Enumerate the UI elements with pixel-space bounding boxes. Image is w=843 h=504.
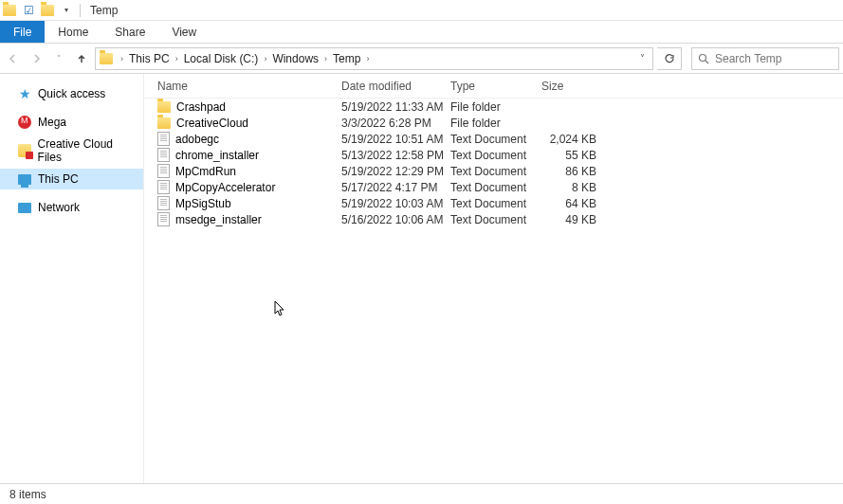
file-date: 3/3/2022 6:28 PM xyxy=(341,117,450,130)
window-title: Temp xyxy=(90,4,118,17)
file-type: Text Document xyxy=(450,165,541,178)
address-bar[interactable]: › This PC › Local Disk (C:) › Windows › … xyxy=(95,47,653,70)
sidebar-item-quick-access[interactable]: ★ Quick access xyxy=(0,83,143,104)
pc-icon xyxy=(17,171,32,187)
table-row[interactable]: Crashpad5/19/2022 11:33 AMFile folder xyxy=(144,99,843,115)
main-area: ★ Quick access Mega Creative Cloud Files… xyxy=(0,74,843,483)
sidebar-item-creative-cloud[interactable]: Creative Cloud Files xyxy=(0,140,143,161)
column-header-date[interactable]: Date modified xyxy=(341,80,450,93)
recent-dropdown[interactable]: ˅ xyxy=(49,49,68,68)
column-header-name[interactable]: Name xyxy=(144,80,341,93)
file-list-pane: Name Date modified Type Size Crashpad5/1… xyxy=(144,74,843,483)
file-size: 55 KB xyxy=(541,149,604,162)
file-type: Text Document xyxy=(450,133,541,146)
file-size: 8 KB xyxy=(541,181,604,194)
ribbon-tabs: File Home Share View xyxy=(0,21,843,44)
file-type: Text Document xyxy=(450,197,541,210)
chevron-right-icon[interactable]: › xyxy=(262,54,268,63)
tab-home[interactable]: Home xyxy=(45,21,101,43)
file-date: 5/19/2022 11:33 AM xyxy=(341,100,450,114)
chevron-right-icon[interactable]: › xyxy=(119,54,125,63)
file-size: 2,024 KB xyxy=(541,133,604,146)
network-icon xyxy=(17,200,32,215)
sidebar-item-label: Network xyxy=(38,201,80,214)
sidebar-item-this-pc[interactable]: This PC xyxy=(0,169,143,189)
table-row[interactable]: adobegc5/19/2022 10:51 AMText Document2,… xyxy=(144,131,843,147)
chevron-right-icon[interactable]: › xyxy=(364,54,371,63)
document-icon xyxy=(157,196,170,210)
table-row[interactable]: MpCmdRun5/19/2022 12:29 PMText Document8… xyxy=(144,163,843,179)
star-icon: ★ xyxy=(17,86,32,101)
sidebar-item-label: Creative Cloud Files xyxy=(38,137,137,164)
breadcrumb[interactable]: Windows xyxy=(268,52,322,65)
search-input[interactable]: Search Temp xyxy=(691,47,839,70)
file-name: MpCopyAccelerator xyxy=(175,181,275,194)
separator xyxy=(80,4,81,17)
file-date: 5/19/2022 12:29 PM xyxy=(341,165,450,178)
qat-newfolder-icon[interactable] xyxy=(40,3,55,18)
document-icon xyxy=(157,180,170,194)
navigation-bar: ˅ › This PC › Local Disk (C:) › Windows … xyxy=(0,44,843,74)
breadcrumb[interactable]: Temp xyxy=(329,52,364,65)
qat-properties-icon[interactable]: ☑ xyxy=(21,3,36,18)
sidebar-item-mega[interactable]: Mega xyxy=(0,112,143,133)
document-icon xyxy=(157,148,170,162)
file-type: Text Document xyxy=(450,149,541,162)
sidebar-item-label: Mega xyxy=(38,116,66,129)
forward-button[interactable] xyxy=(27,49,46,68)
file-size: 49 KB xyxy=(541,213,604,226)
search-placeholder: Search Temp xyxy=(715,52,781,65)
breadcrumb[interactable]: This PC xyxy=(125,52,174,65)
chevron-right-icon[interactable]: › xyxy=(174,54,180,63)
file-date: 5/19/2022 10:51 AM xyxy=(341,133,450,146)
column-headers: Name Date modified Type Size xyxy=(144,74,843,99)
file-date: 5/13/2022 12:58 PM xyxy=(341,149,450,162)
breadcrumb[interactable]: Local Disk (C:) xyxy=(180,52,263,65)
file-name: chrome_installer xyxy=(175,149,259,162)
folder-icon xyxy=(157,101,171,113)
tab-file[interactable]: File xyxy=(0,21,45,43)
sidebar-item-label: Quick access xyxy=(38,87,105,100)
document-icon xyxy=(157,212,170,226)
refresh-button[interactable] xyxy=(657,47,682,70)
sidebar-item-network[interactable]: Network xyxy=(0,197,143,218)
file-type: File folder xyxy=(450,100,541,114)
up-button[interactable] xyxy=(72,49,91,68)
sidebar-item-label: This PC xyxy=(38,172,79,186)
address-folder-icon xyxy=(100,53,113,64)
status-item-count: 8 items xyxy=(9,488,46,501)
back-button[interactable] xyxy=(4,49,23,68)
file-rows: Crashpad5/19/2022 11:33 AMFile folderCre… xyxy=(144,99,843,227)
document-icon xyxy=(157,132,170,146)
file-name: MpCmdRun xyxy=(175,165,236,178)
file-type: Text Document xyxy=(450,213,541,226)
qat-customize-icon[interactable]: ▾ xyxy=(59,3,74,18)
table-row[interactable]: chrome_installer5/13/2022 12:58 PMText D… xyxy=(144,147,843,163)
table-row[interactable]: MpSigStub5/19/2022 10:03 AMText Document… xyxy=(144,195,843,211)
creative-cloud-icon xyxy=(17,143,32,158)
navigation-pane: ★ Quick access Mega Creative Cloud Files… xyxy=(0,74,144,483)
file-name: adobegc xyxy=(175,133,219,146)
file-size: 64 KB xyxy=(541,197,604,210)
file-name: msedge_installer xyxy=(175,213,262,226)
file-size: 86 KB xyxy=(541,165,604,178)
table-row[interactable]: msedge_installer5/16/2022 10:06 AMText D… xyxy=(144,211,843,227)
file-type: Text Document xyxy=(450,181,541,194)
file-name: CreativeCloud xyxy=(176,117,248,130)
tab-share[interactable]: Share xyxy=(101,21,158,43)
chevron-right-icon[interactable]: › xyxy=(322,54,329,63)
file-date: 5/16/2022 10:06 AM xyxy=(341,213,450,226)
mega-icon xyxy=(17,115,32,130)
table-row[interactable]: MpCopyAccelerator5/17/2022 4:17 PMText D… xyxy=(144,179,843,195)
folder-app-icon xyxy=(2,3,17,18)
file-name: Crashpad xyxy=(176,100,226,114)
column-header-size[interactable]: Size xyxy=(541,80,604,93)
address-history-dropdown[interactable]: ˅ xyxy=(634,53,651,63)
column-header-type[interactable]: Type xyxy=(450,80,541,93)
title-bar: ☑ ▾ Temp xyxy=(0,0,843,21)
file-date: 5/19/2022 10:03 AM xyxy=(341,197,450,210)
table-row[interactable]: CreativeCloud3/3/2022 6:28 PMFile folder xyxy=(144,115,843,131)
tab-view[interactable]: View xyxy=(158,21,210,43)
folder-icon xyxy=(157,117,171,129)
file-name: MpSigStub xyxy=(175,197,231,210)
